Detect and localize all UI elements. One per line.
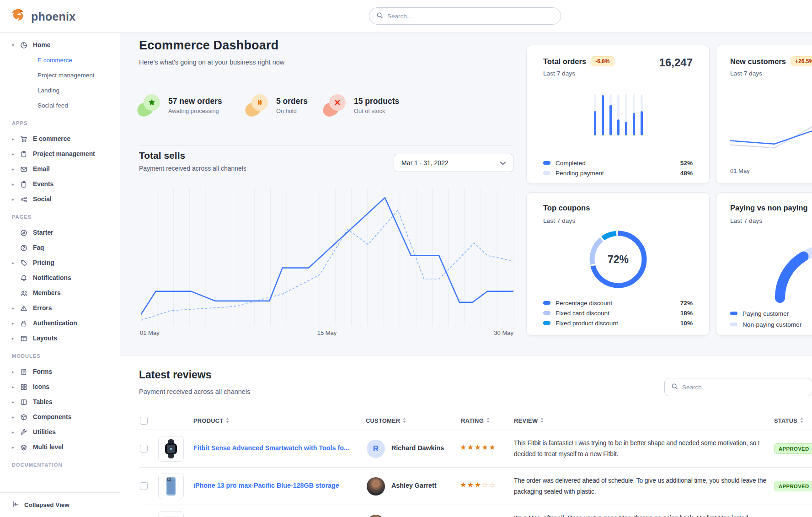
star-icon (144, 94, 160, 111)
caret-right-icon: ▸ (12, 167, 20, 172)
row-checkbox[interactable] (140, 445, 148, 452)
customer-avatar (367, 515, 385, 517)
caret-right-icon: ▸ (12, 321, 20, 326)
brand-logo[interactable]: phoenix (10, 7, 75, 26)
order-bar (633, 94, 635, 135)
stat-caption: On hold (276, 108, 308, 114)
sidebar-item-label: Forms (33, 368, 52, 375)
sidebar-item-label: Icons (33, 383, 49, 390)
sidebar-item-starter[interactable]: Starter (0, 225, 120, 240)
x-icon (329, 94, 346, 111)
legend-row: Completed52% (543, 158, 693, 168)
column-header-customer[interactable]: CUSTOMER (366, 417, 406, 424)
lock-icon (20, 320, 33, 327)
layers-icon (20, 444, 33, 451)
total-orders-period: Last 7 days (543, 70, 575, 77)
column-header-rating[interactable]: RATING (461, 417, 490, 424)
reviews-search[interactable] (664, 378, 812, 396)
sidebar-item-forms[interactable]: ▸Forms (0, 364, 120, 379)
review-row: Fitbit Sense Advanced Smartwatch with To… (139, 430, 812, 468)
new-customers-x-label: 01 May (730, 167, 750, 174)
sidebar-item-faq[interactable]: Faq (0, 240, 120, 255)
sidebar-item-project-management[interactable]: ▸Project management (0, 146, 120, 162)
legend-row: Pending payment48% (543, 168, 693, 178)
stat-icon-wrap (245, 94, 269, 116)
file-text-icon (20, 368, 33, 376)
paying-card: Paying vs non paying Last 7 days Paying … (716, 192, 812, 336)
stat-item: 57 new ordersAwating processing (137, 94, 222, 116)
total-orders-bar-chart (594, 94, 643, 135)
total-orders-card: Total orders -6.8% Last 7 days 16,247 Co… (526, 45, 710, 184)
order-bar (602, 94, 604, 135)
column-header-status[interactable]: STATUS (774, 417, 803, 424)
sidebar-item-multi-level[interactable]: ▸Multi level (0, 440, 120, 455)
sidebar-item-authentication[interactable]: ▸Authentication (0, 316, 120, 331)
sidebar-section-label: MODULES (12, 353, 120, 359)
sidebar-item-utilities[interactable]: ▸Utilities (0, 425, 120, 440)
row-checkbox[interactable] (140, 482, 148, 490)
sidebar-item-social[interactable]: ▸Social (0, 192, 120, 207)
sidebar-item-label: Starter (33, 229, 53, 236)
column-header-label: REVIEW (514, 417, 538, 424)
collapsed-view-toggle[interactable]: Collapsed View (0, 492, 120, 517)
compass-icon (20, 229, 33, 237)
date-range-select[interactable]: Mar 1 - 31, 2022 (394, 154, 513, 172)
customer-name: Ashley Garrett (391, 482, 437, 489)
reviews-search-input[interactable] (682, 384, 806, 391)
search-input[interactable] (387, 13, 554, 20)
column-header-label: CUSTOMER (366, 417, 400, 424)
sidebar-item-notifications[interactable]: Notifications (0, 270, 120, 285)
sidebar-item-e-commerce[interactable]: ▸E commerce (0, 131, 120, 146)
order-bar (617, 94, 620, 135)
sidebar-item-tables[interactable]: ▸Tables (0, 394, 120, 409)
column-header-product[interactable]: PRODUCT (193, 417, 229, 424)
sidebar-item-email[interactable]: ▸Email (0, 162, 120, 177)
sidebar-subitem-landing[interactable]: Landing (0, 83, 120, 98)
wrench-icon (20, 429, 33, 436)
review-row: iPhone 13 pro max-Pacific Blue-128GB sto… (139, 468, 812, 505)
sidebar-subitem-social-feed[interactable]: Social feed (0, 98, 120, 113)
product-link[interactable]: Fitbit Sense Advanced Smartwatch with To… (193, 444, 349, 452)
sidebar-item-components[interactable]: ▸Components (0, 409, 120, 425)
navbar-search[interactable] (369, 7, 561, 25)
top-coupons-title: Top coupons (543, 204, 590, 212)
sidebar-subitem-project-management[interactable]: Project management (0, 68, 120, 83)
legend-swatch (543, 171, 550, 175)
column-header-label: RATING (461, 417, 484, 424)
x-axis-label-mid: 15 May (307, 329, 347, 336)
sidebar-item-pricing[interactable]: ▸Pricing (0, 255, 120, 270)
legend-label: Fixed product discount (556, 320, 618, 327)
product-link[interactable]: iPhone 13 pro max-Pacific Blue-128GB sto… (193, 482, 339, 489)
status-label: APPROVED (779, 484, 809, 489)
select-all-checkbox[interactable] (140, 417, 148, 425)
columns-icon (20, 399, 33, 406)
chevron-down-icon (500, 159, 506, 167)
column-header-review[interactable]: REVIEW (514, 417, 544, 424)
box-icon (20, 414, 33, 421)
page-title: Ecommerce Dashboard (139, 38, 278, 53)
caret-right-icon: ▸ (12, 151, 20, 156)
sidebar-item-label: Members (33, 290, 61, 296)
sidebar-item-home[interactable]: ▾Home (0, 38, 120, 53)
sidebar-item-members[interactable]: Members (0, 285, 120, 301)
stat-item: 5 ordersOn hold (245, 94, 308, 116)
sidebar-item-label: Home (33, 42, 50, 48)
top-coupons-card: Top coupons Last 7 days 72% Percentage d… (526, 192, 710, 336)
sidebar-item-events[interactable]: ▸Events (0, 177, 120, 192)
sidebar-item-errors[interactable]: ▸Errors (0, 301, 120, 316)
review-row: Apple iMac 24" 4K Retina Display M1 8 Co… (139, 505, 812, 517)
order-bar (594, 94, 596, 135)
sidebar-item-layouts[interactable]: ▸Layouts (0, 331, 120, 346)
new-customers-line-chart (730, 118, 812, 163)
caret-right-icon: ▸ (12, 336, 20, 341)
pie-chart-icon (20, 42, 33, 49)
sidebar-item-icons[interactable]: ▸Icons (0, 379, 120, 394)
sidebar-item-label: Notifications (33, 275, 71, 281)
legend-label: Fixed card discount (556, 310, 609, 317)
reviews-title: Latest reviews (139, 369, 212, 381)
caret-right-icon: ▸ (12, 415, 20, 420)
sidebar-item-label: Events (33, 181, 53, 188)
sidebar-subitem-e-commerce[interactable]: E commerce (0, 53, 120, 68)
cart-icon (20, 135, 33, 143)
caret-right-icon: ▸ (12, 445, 20, 450)
